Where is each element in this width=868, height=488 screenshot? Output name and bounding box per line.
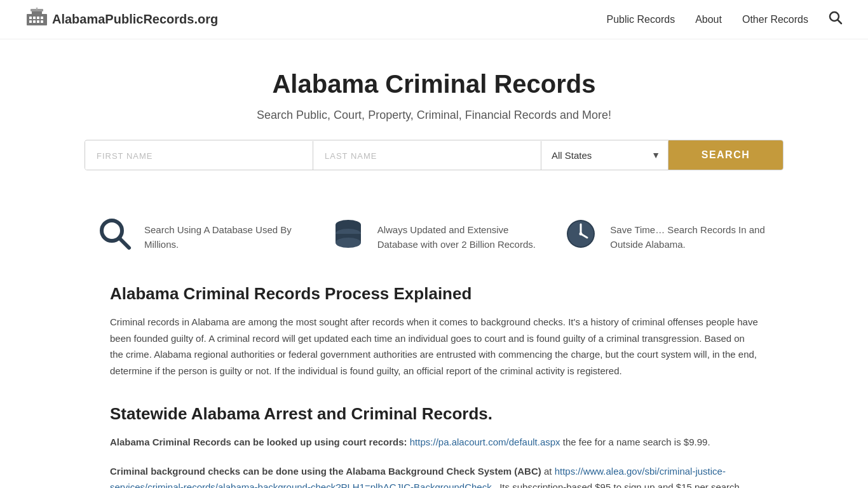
alacourt-link[interactable]: https://pa.alacourt.com/default.aspx: [410, 437, 560, 447]
svg-rect-4: [41, 17, 43, 19]
last-name-input[interactable]: [313, 141, 541, 170]
svg-line-14: [838, 20, 842, 24]
site-logo[interactable]: AlabamaPublicRecords.org: [25, 8, 218, 31]
page-title: Alabama Criminal Records: [25, 70, 843, 98]
main-content: Alabama Criminal Records Process Explain…: [85, 284, 783, 488]
feature-search: Search Using A Database Used By Millions…: [85, 216, 318, 259]
logo-icon: [25, 8, 48, 31]
nav-other-records[interactable]: Other Records: [742, 14, 808, 25]
magnifier-icon: [97, 216, 133, 259]
features-section: Search Using A Database Used By Millions…: [85, 216, 783, 259]
svg-rect-7: [37, 20, 39, 23]
section-process-heading: Alabama Criminal Records Process Explain…: [110, 284, 758, 304]
court-records-label: Alabama Criminal Records can be looked u…: [110, 437, 407, 447]
svg-point-26: [580, 233, 583, 236]
search-button[interactable]: SEARCH: [668, 140, 783, 170]
svg-line-16: [119, 238, 129, 248]
search-bar: All StatesAlabamaAlaskaArizonaArkansasCa…: [85, 140, 783, 170]
svg-rect-5: [29, 20, 32, 23]
section-process-text: Criminal records in Alabama are among th…: [110, 314, 758, 379]
court-records-suffix: the fee for a name search is $9.99.: [563, 437, 710, 447]
nav-public-records[interactable]: Public Records: [607, 14, 675, 25]
section-background-check-para: Criminal background checks can be done u…: [110, 463, 758, 489]
nav-links: Public Records About Other Records: [607, 11, 843, 28]
svg-rect-1: [29, 17, 32, 19]
svg-point-21: [336, 238, 361, 248]
section-court-records-para: Alabama Criminal Records can be looked u…: [110, 434, 758, 451]
feature-search-text: Search Using A Database Used By Millions…: [144, 223, 305, 252]
nav-about[interactable]: About: [695, 14, 722, 25]
navigation: AlabamaPublicRecords.org Public Records …: [0, 0, 868, 39]
state-select[interactable]: All StatesAlabamaAlaskaArizonaArkansasCa…: [541, 141, 668, 170]
svg-rect-3: [37, 17, 39, 19]
svg-point-12: [36, 8, 38, 9]
background-check-at: at: [544, 466, 555, 477]
section-statewide-heading: Statewide Alabama Arrest and Criminal Re…: [110, 404, 758, 424]
svg-rect-8: [41, 20, 43, 23]
feature-time: Save Time… Search Records In and Outside…: [550, 216, 783, 259]
first-name-input[interactable]: [85, 141, 313, 170]
logo-text: AlabamaPublicRecords.org: [52, 12, 218, 27]
background-check-label: Criminal background checks can be done u…: [110, 466, 541, 477]
hero-subtitle: Search Public, Court, Property, Criminal…: [25, 109, 843, 122]
hero-section: Alabama Criminal Records Search Public, …: [0, 39, 868, 191]
state-select-wrapper: All StatesAlabamaAlaskaArizonaArkansasCa…: [541, 141, 668, 170]
feature-database: Always Updated and Extensive Database wi…: [318, 216, 551, 259]
database-icon: [330, 216, 366, 259]
feature-database-text: Always Updated and Extensive Database wi…: [377, 223, 538, 252]
feature-time-text: Save Time… Search Records In and Outside…: [610, 223, 771, 252]
svg-rect-0: [27, 14, 47, 25]
clock-icon: [563, 216, 599, 259]
svg-rect-2: [33, 17, 36, 19]
nav-search-icon[interactable]: [829, 11, 843, 28]
svg-rect-6: [33, 20, 36, 23]
